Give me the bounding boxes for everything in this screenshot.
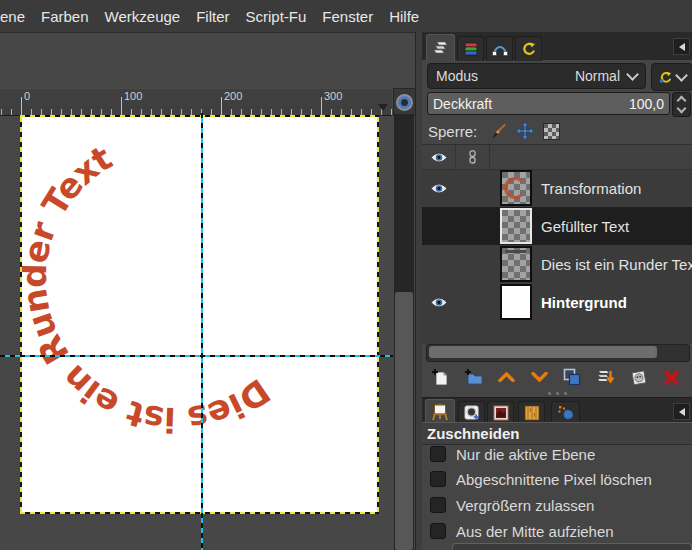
paintbrush-icon[interactable] bbox=[489, 123, 507, 140]
visibility-toggle[interactable] bbox=[422, 297, 455, 308]
layer-thumbnail[interactable] bbox=[500, 208, 532, 244]
new-layer-button[interactable] bbox=[428, 364, 452, 390]
ink-icon bbox=[557, 405, 575, 421]
scrollbar-thumb[interactable] bbox=[395, 292, 413, 550]
tab-paths[interactable] bbox=[486, 36, 513, 61]
checkbox-label: Aus der Mitte aufziehen bbox=[456, 523, 614, 540]
paths-icon bbox=[492, 43, 508, 56]
menu-item-filter[interactable]: Filter bbox=[188, 8, 237, 25]
lock-label: Sperre: bbox=[428, 123, 477, 140]
checkbox-row-allow-growing[interactable]: Vergrößern zulassen bbox=[430, 496, 690, 514]
handle-dot-icon bbox=[564, 392, 567, 395]
layer-row-transformation[interactable]: Transformation bbox=[422, 169, 692, 207]
svg-text:Dies ist ein Runder Text: Dies ist ein Runder Text bbox=[22, 138, 277, 440]
horizontal-guide[interactable] bbox=[0, 355, 393, 357]
duplicate-layer-button[interactable] bbox=[560, 364, 584, 390]
layer-boundary bbox=[20, 512, 379, 514]
layer-name[interactable]: Hintergrund bbox=[541, 294, 627, 311]
tab-brushes[interactable] bbox=[458, 401, 485, 424]
dock-splitter-handle[interactable] bbox=[548, 391, 572, 395]
tab-images[interactable] bbox=[487, 401, 514, 424]
layer-row-gefuellter-text[interactable]: Gefüllter Text bbox=[422, 207, 692, 245]
ruler-tick-label: 100 bbox=[124, 90, 142, 102]
link-column-header[interactable] bbox=[456, 145, 490, 169]
menu-item-ebene[interactable]: ene bbox=[0, 8, 33, 25]
menu-item-hilfe[interactable]: Hilfe bbox=[381, 8, 427, 25]
layer-row-runder-text[interactable]: Dies ist ein Runder Tex bbox=[422, 245, 692, 283]
eye-icon bbox=[430, 183, 448, 194]
checkbox[interactable] bbox=[430, 446, 446, 462]
checkbox-row-active-layer[interactable]: Nur die aktive Ebene bbox=[430, 445, 690, 463]
layer-mode-dropdown[interactable]: Modus Normal bbox=[427, 63, 646, 89]
dock-menu-button[interactable] bbox=[673, 403, 690, 420]
delete-layer-button[interactable] bbox=[659, 364, 683, 390]
menu-item-werkzeuge[interactable]: Werkzeuge bbox=[97, 8, 189, 25]
arrow-up-icon bbox=[498, 372, 515, 382]
checkbox[interactable] bbox=[430, 497, 446, 513]
layer-thumbnail[interactable] bbox=[500, 284, 532, 320]
left-triangle-icon bbox=[679, 43, 685, 51]
partial-input-field[interactable] bbox=[452, 543, 692, 550]
new-layer-icon bbox=[431, 368, 449, 387]
checkbox-row-expand-from-center[interactable]: Aus der Mitte aufziehen bbox=[430, 522, 690, 540]
scrollbar-thumb[interactable] bbox=[429, 346, 657, 358]
menu-item-scriptfu[interactable]: Script-Fu bbox=[238, 8, 315, 25]
dock-menu-button[interactable] bbox=[673, 38, 690, 55]
raise-layer-button[interactable] bbox=[494, 364, 518, 390]
layer-buttons-row bbox=[422, 364, 692, 391]
chevron-down-icon bbox=[675, 69, 688, 82]
merge-down-button[interactable] bbox=[593, 364, 617, 390]
menu-bar: ene Farben Werkzeuge Filter Script-Fu Fe… bbox=[0, 0, 692, 33]
vertical-guide[interactable] bbox=[201, 113, 203, 550]
checkbox[interactable] bbox=[430, 471, 446, 487]
move-cross-icon[interactable] bbox=[516, 122, 534, 140]
tool-options-dock-tabbar bbox=[422, 397, 692, 423]
tab-undo-history[interactable] bbox=[515, 36, 542, 61]
gimp-window: ene Farben Werkzeuge Filter Script-Fu Fe… bbox=[0, 0, 692, 550]
ruler-tick-label: 0 bbox=[24, 90, 30, 102]
alpha-checker-icon[interactable] bbox=[543, 123, 560, 140]
checkbox-row-delete-cropped[interactable]: Abgeschnittene Pixel löschen bbox=[430, 470, 690, 488]
layer-list-scrollbar[interactable] bbox=[426, 344, 690, 362]
canvas-vertical-scrollbar[interactable] bbox=[394, 114, 414, 550]
handle-dot-icon bbox=[556, 392, 559, 395]
layer-name[interactable]: Transformation bbox=[541, 180, 641, 197]
tab-tool-options[interactable] bbox=[425, 399, 455, 424]
red-arc-thumbnail-icon bbox=[502, 172, 530, 204]
layer-name[interactable]: Dies ist ein Runder Tex bbox=[541, 256, 692, 273]
layer-row-hintergrund[interactable]: Hintergrund bbox=[422, 283, 692, 321]
chevron-down-icon bbox=[677, 104, 687, 114]
patterns-icon bbox=[524, 405, 540, 421]
tab-patterns[interactable] bbox=[518, 401, 545, 424]
tab-layers[interactable] bbox=[426, 34, 455, 61]
right-dock: Modus Normal Deckkraft 100,0 Sperre: bbox=[422, 32, 692, 550]
visibility-toggle[interactable] bbox=[422, 183, 455, 194]
layer-boundary bbox=[377, 117, 379, 512]
checkbox-label: Vergrößern zulassen bbox=[456, 497, 594, 514]
layers-icon bbox=[432, 41, 449, 56]
zoom-follow-window-button[interactable] bbox=[393, 88, 416, 116]
checkbox[interactable] bbox=[430, 523, 446, 539]
tab-selection-editor[interactable] bbox=[551, 401, 580, 424]
lower-layer-button[interactable] bbox=[527, 364, 551, 390]
framed-image-icon bbox=[493, 405, 509, 421]
mode-group-switch-button[interactable] bbox=[651, 63, 692, 91]
layer-thumbnail[interactable] bbox=[500, 246, 532, 282]
layer-mask-icon bbox=[629, 369, 648, 386]
layer-name[interactable]: Gefüllter Text bbox=[541, 218, 629, 235]
arrow-down-icon bbox=[531, 372, 548, 382]
layer-boundary bbox=[20, 117, 22, 512]
new-layer-group-button[interactable] bbox=[461, 364, 485, 390]
menu-item-farben[interactable]: Farben bbox=[33, 8, 97, 25]
tab-channels[interactable] bbox=[457, 36, 484, 61]
new-group-folder-icon bbox=[464, 368, 482, 386]
menu-item-fenster[interactable]: Fenster bbox=[314, 8, 381, 25]
tool-title-label: Zuschneiden bbox=[427, 425, 520, 442]
horizontal-ruler[interactable]: 0 100 200 300 bbox=[0, 88, 392, 116]
mode-value: Normal bbox=[575, 68, 620, 84]
layer-thumbnail[interactable] bbox=[500, 170, 532, 206]
add-layer-mask-button[interactable] bbox=[626, 364, 650, 390]
opacity-slider[interactable]: Deckkraft 100,0 bbox=[427, 92, 670, 115]
opacity-spinner[interactable] bbox=[672, 92, 691, 117]
visibility-column-header[interactable] bbox=[422, 145, 456, 169]
